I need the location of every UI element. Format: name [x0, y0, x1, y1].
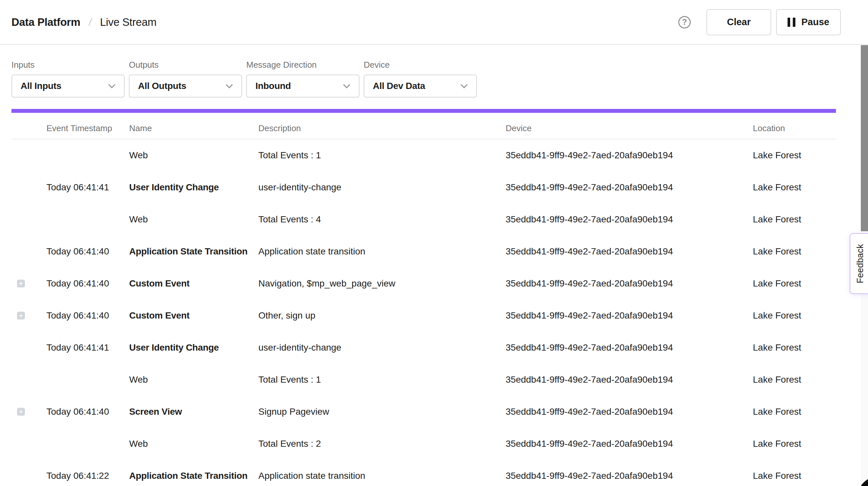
message-direction-filter-label: Message Direction [246, 60, 360, 70]
inputs-select-value: All Inputs [21, 81, 61, 91]
top-bar-actions: ? Clear Pause [678, 9, 841, 35]
table-row[interactable]: + Today 06:41:41 User Identity Change us… [0, 171, 836, 204]
table-row[interactable]: + Today 06:41:40 Custom Event Navigation… [0, 268, 836, 300]
event-location: Lake Forest [753, 406, 836, 417]
event-device: 35eddb41-9ff9-49e2-7aed-20afa90eb194 [506, 182, 753, 193]
feedback-tab[interactable]: Feedback [850, 233, 868, 294]
event-location: Lake Forest [753, 214, 836, 225]
event-description: Total Events : 1 [258, 150, 506, 160]
event-device: 35eddb41-9ff9-49e2-7aed-20afa90eb194 [506, 438, 753, 449]
event-device: 35eddb41-9ff9-49e2-7aed-20afa90eb194 [506, 406, 753, 417]
chevron-down-icon [459, 81, 469, 91]
event-device: 35eddb41-9ff9-49e2-7aed-20afa90eb194 [506, 246, 753, 257]
table-row[interactable]: + Today 06:41:40 Custom Event Other, sig… [0, 300, 836, 332]
event-timestamp: Today 06:41:40 [46, 246, 129, 257]
clear-button[interactable]: Clear [707, 9, 771, 35]
chevron-down-icon [107, 81, 117, 91]
event-name: Screen View [129, 406, 258, 417]
event-timestamp: Today 06:41:40 [46, 310, 129, 321]
breadcrumb: Data Platform / Live Stream [11, 16, 156, 28]
event-description: Total Events : 2 [258, 438, 506, 449]
message-direction-select-value: Inbound [255, 81, 291, 91]
event-name: Web [129, 374, 258, 385]
inputs-select[interactable]: All Inputs [11, 74, 125, 97]
outputs-select[interactable]: All Outputs [129, 74, 242, 97]
filter-outputs: Outputs All Outputs [129, 60, 242, 97]
inputs-filter-label: Inputs [11, 60, 125, 70]
table-row[interactable]: + Today 06:41:40 Screen View Signup Page… [0, 396, 836, 428]
pause-icon [787, 18, 796, 27]
event-device: 35eddb41-9ff9-49e2-7aed-20afa90eb194 [506, 374, 753, 385]
event-description: Application state transition [258, 470, 506, 481]
event-description: Other, sign up [258, 310, 506, 321]
event-description: Navigation, $mp_web_page_view [258, 278, 506, 289]
table-header-row: Event Timestamp Name Description Device … [11, 113, 836, 139]
event-description: user-identity-change [258, 342, 506, 353]
breadcrumb-separator-icon: / [88, 17, 92, 28]
feedback-tab-label: Feedback [855, 244, 865, 283]
event-device: 35eddb41-9ff9-49e2-7aed-20afa90eb194 [506, 310, 753, 321]
scrollbar-thumb[interactable] [861, 45, 868, 231]
expand-row-icon[interactable]: + [17, 280, 25, 287]
event-location: Lake Forest [753, 374, 836, 385]
filter-bar: Inputs All Inputs Outputs All Outputs Me… [0, 45, 868, 97]
column-header-description: Description [258, 123, 506, 133]
event-device: 35eddb41-9ff9-49e2-7aed-20afa90eb194 [506, 150, 753, 160]
event-timestamp: Today 06:41:40 [46, 406, 129, 417]
table-row[interactable]: + Today 06:41:41 User Identity Change us… [0, 332, 836, 364]
event-location: Lake Forest [753, 470, 836, 481]
table-row[interactable]: + Web Total Events : 1 35eddb41-9ff9-49e… [0, 364, 836, 396]
event-name: Custom Event [129, 278, 258, 289]
event-location: Lake Forest [753, 182, 836, 193]
help-icon[interactable]: ? [678, 16, 691, 28]
event-name: User Identity Change [129, 342, 258, 353]
table-row[interactable]: + Web Total Events : 2 35eddb41-9ff9-49e… [0, 428, 836, 460]
table-row[interactable]: + Web Total Events : 4 35eddb41-9ff9-49e… [0, 204, 836, 236]
event-description: Application state transition [258, 246, 506, 257]
event-timestamp: Today 06:41:22 [46, 470, 129, 481]
event-location: Lake Forest [753, 278, 836, 289]
page-title: Live Stream [100, 16, 157, 28]
top-bar: Data Platform / Live Stream ? Clear Paus… [0, 0, 868, 45]
event-location: Lake Forest [753, 310, 836, 321]
table-row[interactable]: + Today 06:41:40 Application State Trans… [0, 236, 836, 268]
event-name: Application State Transition [129, 470, 258, 481]
expand-row-icon[interactable]: + [17, 408, 25, 416]
breadcrumb-section[interactable]: Data Platform [11, 16, 81, 28]
event-name: Custom Event [129, 310, 258, 321]
table-body: + Web Total Events : 1 35eddb41-9ff9-49e… [0, 139, 836, 486]
filter-message-direction: Message Direction Inbound [246, 60, 360, 97]
event-description: Total Events : 1 [258, 374, 506, 385]
table-row[interactable]: + Today 06:41:22 Application State Trans… [0, 460, 836, 486]
event-name: User Identity Change [129, 182, 258, 193]
outputs-select-value: All Outputs [138, 81, 186, 91]
event-description: user-identity-change [258, 182, 506, 193]
event-device: 35eddb41-9ff9-49e2-7aed-20afa90eb194 [506, 278, 753, 289]
event-description: Total Events : 4 [258, 214, 506, 225]
expand-row-icon[interactable]: + [17, 312, 25, 320]
event-timestamp: Today 06:41:41 [46, 342, 129, 353]
live-stream-page: Data Platform / Live Stream ? Clear Paus… [0, 0, 868, 486]
event-location: Lake Forest [753, 150, 836, 160]
event-name: Web [129, 438, 258, 449]
event-device: 35eddb41-9ff9-49e2-7aed-20afa90eb194 [506, 214, 753, 225]
pause-button-label: Pause [801, 17, 829, 28]
event-name: Application State Transition [129, 246, 258, 257]
event-description: Signup Pageview [258, 406, 506, 417]
filter-device: Device All Dev Data [364, 60, 477, 97]
filter-inputs: Inputs All Inputs [11, 60, 125, 97]
device-select[interactable]: All Dev Data [364, 74, 477, 97]
chevron-down-icon [342, 81, 351, 91]
outputs-filter-label: Outputs [129, 60, 242, 70]
live-stream-table: Event Timestamp Name Description Device … [0, 113, 868, 486]
accent-divider [11, 109, 836, 113]
pause-button[interactable]: Pause [776, 9, 841, 35]
event-device: 35eddb41-9ff9-49e2-7aed-20afa90eb194 [506, 342, 753, 353]
event-name: Web [129, 150, 258, 160]
event-name: Web [129, 214, 258, 225]
event-location: Lake Forest [753, 438, 836, 449]
message-direction-select[interactable]: Inbound [246, 74, 360, 97]
table-row[interactable]: + Web Total Events : 1 35eddb41-9ff9-49e… [0, 139, 836, 171]
event-location: Lake Forest [753, 246, 836, 257]
event-timestamp: Today 06:41:40 [46, 278, 129, 289]
